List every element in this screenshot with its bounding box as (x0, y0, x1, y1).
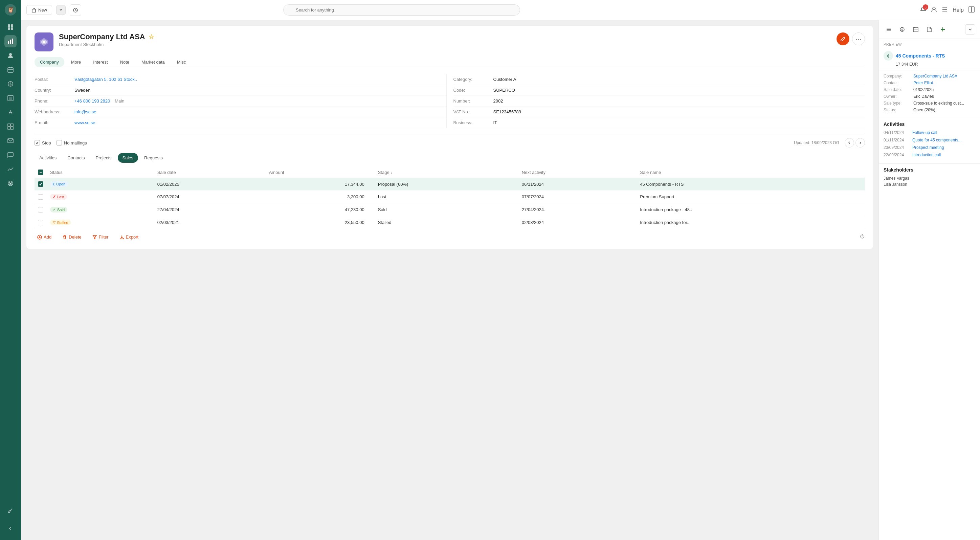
sidebar-icon-calendar[interactable] (5, 64, 17, 76)
phone-value[interactable]: +46 800 193 2820 (75, 98, 110, 103)
company-actions: ⋯ (837, 32, 865, 45)
code-label: Code: (453, 87, 491, 93)
main-tabs: Company More Interest Note Market data (35, 57, 865, 67)
webbadress-value[interactable]: info@sc.se (75, 109, 97, 114)
sidebar-collapse[interactable] (5, 523, 17, 535)
company-header: SuperCompany Ltd ASA ☆ Department Stockh… (35, 32, 865, 51)
delete-label: Delete (69, 235, 81, 240)
app-logo[interactable]: 🦉 (4, 3, 17, 16)
select-all-checkbox[interactable] (38, 170, 43, 175)
stop-checkbox[interactable]: Stop (35, 140, 51, 146)
th-amount[interactable]: Amount (266, 167, 368, 178)
preview-currency-icon: € (883, 51, 893, 60)
sub-tab-sales[interactable]: Sales (118, 153, 138, 163)
preview-title[interactable]: 45 Components - RTS (896, 53, 945, 59)
sidebar-icon-tools[interactable] (5, 505, 17, 517)
export-button[interactable]: Export (117, 233, 142, 241)
status-cell: ✓ Sold (47, 203, 154, 216)
tab-company[interactable]: Company (35, 57, 64, 67)
sidebar-icon-contacts[interactable] (5, 49, 17, 62)
filter-button[interactable]: Filter (90, 233, 111, 241)
menu-button[interactable] (942, 6, 948, 14)
panel-tool-plus[interactable] (938, 24, 948, 35)
search-input[interactable] (283, 5, 520, 16)
preview-saledate-label: Sale date: (883, 87, 911, 92)
sidebar-icon-dashboard[interactable] (5, 21, 17, 33)
pencil-icon (840, 36, 846, 41)
panel-tool-list[interactable] (883, 24, 894, 35)
user-menu-button[interactable] (931, 6, 937, 14)
field-postal: Postal: Västgötagatan 5, 102 61 Stock.. (35, 74, 446, 85)
new-button[interactable]: New (26, 5, 52, 15)
activity-link[interactable]: Prospect meeting (912, 145, 944, 150)
row-checkbox[interactable] (38, 207, 43, 213)
sidebar-icon-target[interactable] (5, 177, 17, 189)
sub-tab-activities[interactable]: Activities (35, 153, 61, 163)
help-button[interactable]: Help (953, 7, 964, 13)
preview-company-value[interactable]: SuperCompany Ltd ASA (913, 74, 957, 78)
panel-expand-button[interactable] (965, 24, 975, 35)
preview-company-label: Company: (883, 74, 911, 78)
email-value[interactable]: www.sc.se (75, 120, 95, 125)
history-button[interactable] (70, 5, 81, 16)
no-mailings-checkbox[interactable]: No mailings (57, 140, 87, 146)
th-sale-name[interactable]: Sale name (636, 167, 865, 178)
check-icon (35, 141, 39, 145)
postal-value[interactable]: Västgötagatan 5, 102 61 Stock.. (75, 77, 137, 82)
tab-market-data[interactable]: Market data (136, 57, 170, 67)
notification-badge: 3 (923, 5, 928, 10)
sidebar-icon-lists[interactable] (5, 92, 17, 104)
number-label: Number: (453, 98, 491, 103)
th-next-activity[interactable]: Next activity (519, 167, 636, 178)
status-badge-sold: ✓ Sold (50, 207, 67, 213)
next-activity-cell: 27/04/2024. (519, 203, 636, 216)
building-icon (32, 8, 36, 13)
panel-tool-document[interactable] (924, 24, 934, 35)
sidebar-icon-finance[interactable]: $ (5, 78, 17, 90)
sidebar-icon-chart[interactable] (5, 163, 17, 175)
table-footer: Add Delete Filter Export (35, 229, 865, 242)
sidebar-icon-workflow[interactable] (5, 106, 17, 118)
filter-label: Filter (99, 235, 109, 240)
panel-tool-calendar[interactable] (911, 24, 921, 35)
sidebar-icon-grid[interactable] (5, 121, 17, 133)
sales-table-wrap: Status Sale date Amount Sta (35, 167, 865, 242)
refresh-button[interactable] (859, 234, 865, 241)
more-options-button[interactable]: ⋯ (852, 32, 865, 45)
tab-note[interactable]: Note (115, 57, 135, 67)
split-view-button[interactable] (969, 6, 975, 14)
notification-button[interactable]: 3 (920, 6, 926, 14)
th-stage[interactable]: Stage ↓ (375, 167, 519, 178)
svg-rect-23 (8, 127, 10, 129)
sidebar-icon-email[interactable] (5, 135, 17, 147)
sub-tab-requests[interactable]: Requests (139, 153, 167, 163)
activity-link[interactable]: Introduction call (912, 152, 941, 157)
category-value: Customer A (493, 77, 516, 82)
sub-tab-contacts[interactable]: Contacts (63, 153, 89, 163)
sub-tab-projects[interactable]: Projects (91, 153, 116, 163)
tab-more[interactable]: More (66, 57, 87, 67)
left-arrow-icon (848, 141, 851, 145)
th-sale-date[interactable]: Sale date (154, 167, 266, 178)
prev-arrow[interactable] (845, 138, 854, 148)
tab-misc[interactable]: Misc (172, 57, 191, 67)
next-arrow[interactable] (856, 138, 865, 148)
sidebar-icon-analytics[interactable] (5, 35, 17, 48)
activity-link[interactable]: Quote for 45 components... (912, 138, 961, 143)
row-checkbox-cell (35, 203, 47, 216)
svg-text:$: $ (10, 82, 11, 86)
delete-button[interactable]: Delete (60, 233, 84, 241)
favorite-star-icon[interactable]: ☆ (148, 33, 154, 41)
add-button[interactable]: Add (35, 233, 54, 241)
row-checkbox[interactable] (38, 194, 43, 200)
tab-interest[interactable]: Interest (88, 57, 113, 67)
panel-tool-currency[interactable]: $ (897, 24, 907, 35)
activity-link[interactable]: Follow-up call (912, 130, 937, 135)
th-status[interactable]: Status (47, 167, 154, 178)
preview-contact-value[interactable]: Peter Elliot (913, 81, 933, 85)
row-checkbox[interactable] (38, 181, 43, 187)
new-dropdown-arrow[interactable] (56, 5, 66, 15)
sidebar-icon-chat[interactable] (5, 149, 17, 161)
row-checkbox[interactable] (38, 220, 43, 226)
edit-button[interactable] (837, 32, 850, 45)
